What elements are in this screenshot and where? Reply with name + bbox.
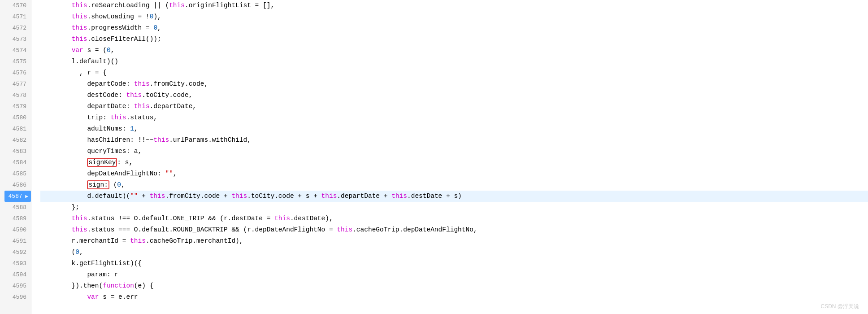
line-number: 4578 (4, 90, 26, 101)
line-number: 4593 (4, 258, 26, 269)
line-number: 4584 (4, 157, 26, 168)
code-line: depDateAndFlightNo: "", (40, 168, 868, 179)
code-line: r.merchantId = this.cacheGoTrip.merchant… (40, 236, 868, 247)
line-number: 4596 (4, 292, 26, 303)
line-number: 4570 (4, 0, 26, 11)
line-number: 4577 (4, 78, 26, 90)
code-line: var s = (0, (40, 45, 868, 56)
code-line: d.default)("" + this.fromCity.code + thi… (40, 191, 868, 202)
code-line: departDate: this.departDate, (40, 101, 868, 112)
code-line: this.progressWidth = 0, (40, 22, 868, 34)
line-number: 4590 (4, 224, 26, 236)
code-line: this.reSearchLoading || (this.originFlig… (40, 0, 868, 11)
code-line: }; (40, 202, 868, 213)
code-line: hasChildren: !!~~this.urlParams.withChil… (40, 135, 868, 146)
line-number: 4586 (4, 179, 26, 191)
line-number: 4594 (4, 269, 26, 280)
code-line: this.closeFilterAll()); (40, 34, 868, 45)
line-number: 4582 (4, 135, 26, 146)
code-line: l.default)() (40, 56, 868, 67)
code-line: adultNums: 1, (40, 123, 868, 135)
line-number: 4580 (4, 112, 26, 123)
line-number: 4595 (4, 280, 26, 292)
code-line: destCode: this.toCity.code, (40, 90, 868, 101)
line-number: 4592 (4, 247, 26, 258)
line-number: 4583 (4, 146, 26, 157)
line-number: 4589 (4, 213, 26, 224)
line-number: 4591 (4, 236, 26, 247)
line-number: 4581 (4, 123, 26, 135)
line-number: 4573 (4, 34, 26, 45)
line-number-gutter: 4570457145724573457445754576457745784579… (0, 0, 31, 314)
line-number: 4588 (4, 202, 26, 213)
line-number: 4572 (4, 22, 26, 34)
line-number: 4579 (4, 101, 26, 112)
watermark-text: CSDN @浮天说 (820, 302, 859, 310)
line-number: 4585 (4, 168, 26, 179)
code-line: this.status === O.default.ROUND_BACKTRIP… (40, 224, 868, 236)
code-line: }).then(function(e) { (40, 280, 868, 292)
line-number: 4574 (4, 45, 26, 56)
code-line: signKey: s, (40, 157, 868, 168)
code-line: this.status !== O.default.ONE_TRIP && (r… (40, 213, 868, 224)
code-line: , r = { (40, 67, 868, 78)
line-number: 4587 (4, 191, 31, 202)
code-line: queryTimes: a, (40, 146, 868, 157)
code-line: this.showLoading = !0), (40, 11, 868, 22)
line-number: 4575 (4, 56, 26, 67)
code-line: (0, (40, 247, 868, 258)
code-line: param: r (40, 269, 868, 280)
code-line: sign: (0, (40, 179, 868, 191)
code-content-area: this.reSearchLoading || (this.originFlig… (31, 0, 868, 314)
code-line: k.getFlightList)({ (40, 258, 868, 269)
code-line: trip: this.status, (40, 112, 868, 123)
code-line: departCode: this.fromCity.code, (40, 78, 868, 90)
code-viewer: 4570457145724573457445754576457745784579… (0, 0, 868, 314)
code-line: var s = e.err (40, 292, 868, 303)
line-number: 4576 (4, 67, 26, 78)
line-number: 4571 (4, 11, 26, 22)
